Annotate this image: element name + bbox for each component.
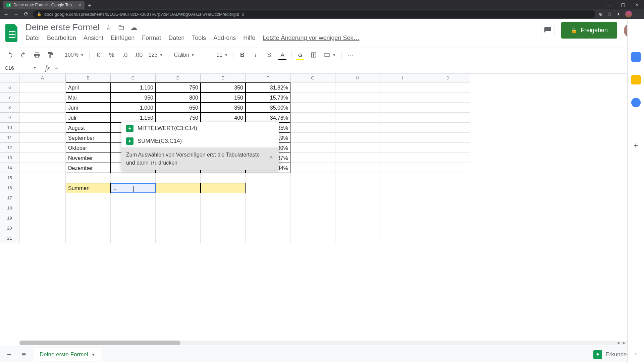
table-row[interactable]: 6 April 1.100 750 350 31,82% (0, 82, 644, 93)
table-row[interactable]: 14 Dezember 44% (0, 163, 644, 173)
minimize-icon[interactable]: — (602, 0, 616, 9)
currency-button[interactable]: € (92, 49, 104, 61)
scroll-thumb[interactable] (19, 341, 180, 345)
new-tab-button[interactable]: + (85, 2, 95, 9)
scroll-right-icon[interactable]: ▶ (621, 341, 627, 345)
menu-icon[interactable]: ⋮ (637, 11, 641, 17)
menu-edit[interactable]: Bearbeiten (47, 35, 76, 42)
menu-format[interactable]: Format (142, 35, 161, 42)
formula-input[interactable]: = (55, 65, 58, 71)
table-row[interactable]: 17 (0, 193, 644, 203)
table-row[interactable]: 7 Mai 950 800 150 15,79% (0, 93, 644, 103)
text-color-button[interactable]: A (276, 49, 288, 61)
table-row[interactable]: 12 Oktober 30% (0, 143, 644, 153)
reload-button[interactable]: ⟳ (23, 11, 30, 17)
table-row[interactable]: 20 (0, 223, 644, 233)
tasks-icon[interactable] (631, 98, 641, 107)
col-header[interactable]: C (111, 74, 156, 82)
redo-button[interactable] (17, 49, 30, 61)
table-row[interactable]: 18 (0, 203, 644, 213)
suggestion-item[interactable]: ✦ SUMME(C3:C14) (121, 135, 279, 147)
borders-button[interactable] (308, 49, 320, 61)
sum-label-cell[interactable]: Summen (66, 183, 111, 193)
keep-icon[interactable] (631, 75, 641, 84)
row-header[interactable]: 13 (0, 153, 19, 163)
row-header[interactable]: 8 (0, 103, 19, 113)
bookmark-icon[interactable]: ☆ (607, 11, 612, 17)
expand-panel-icon[interactable]: › (635, 350, 637, 357)
row-header[interactable]: 14 (0, 163, 19, 173)
strikethrough-button[interactable]: S (263, 49, 275, 61)
menu-help[interactable]: Hilfe (243, 35, 255, 42)
col-header[interactable]: J (425, 74, 470, 82)
last-edit-link[interactable]: Letzte Änderung vor wenigen Sek… (263, 35, 359, 42)
menu-insert[interactable]: Einfügen (111, 35, 135, 42)
table-row[interactable]: 19 (0, 213, 644, 223)
table-row[interactable]: 8 Juni 1.000 650 350 35,00% (0, 103, 644, 113)
share-button[interactable]: 🔒 Freigeben (561, 22, 617, 39)
horizontal-scrollbar[interactable] (19, 341, 627, 345)
explore-button[interactable]: ✦ Erkunden (593, 350, 630, 359)
fill-color-button[interactable] (294, 49, 306, 61)
zoom-select[interactable]: 100%▼ (62, 52, 87, 58)
sheets-logo-icon[interactable] (4, 22, 20, 44)
add-sheet-button[interactable]: + (4, 350, 14, 359)
calendar-icon[interactable] (631, 52, 641, 62)
table-row[interactable]: 15 (0, 173, 644, 183)
table-row[interactable]: 16 Summen = (0, 183, 644, 193)
menu-view[interactable]: Ansicht (84, 35, 103, 42)
cloud-status-icon[interactable]: ☁ (130, 23, 137, 32)
forward-button[interactable]: → (13, 11, 19, 17)
active-cell[interactable]: = (111, 183, 156, 193)
back-button[interactable]: ← (3, 11, 9, 17)
italic-button[interactable]: I (250, 49, 262, 61)
url-field[interactable]: 🔒 docs.google.com/spreadsheets/d/1GE-twI… (33, 10, 595, 18)
browser-tab[interactable]: Deine erste Formel - Google Tab… × (3, 1, 85, 9)
all-sheets-button[interactable]: ≡ (19, 350, 29, 359)
more-button[interactable]: ⋯ (344, 49, 356, 61)
decrease-decimal-button[interactable]: .0 (119, 49, 131, 61)
profile-avatar-icon[interactable] (625, 11, 632, 17)
row-header[interactable]: 21 (0, 233, 19, 243)
table-row[interactable]: 9 Juli 1.150 750 400 34,78% (0, 113, 644, 123)
maximize-icon[interactable]: ▢ (616, 0, 630, 9)
row-header[interactable]: 15 (0, 173, 19, 183)
font-size-select[interactable]: 11▼ (214, 52, 230, 58)
table-row[interactable]: 10 August 1.180 875 305 25,85% (0, 123, 644, 133)
col-header[interactable]: A (19, 74, 66, 82)
menu-addons[interactable]: Add-ons (213, 35, 236, 42)
col-header[interactable]: H (335, 74, 380, 82)
row-header[interactable]: 6 (0, 82, 19, 93)
percent-button[interactable]: % (106, 49, 118, 61)
row-header[interactable]: 11 (0, 133, 19, 143)
add-addon-icon[interactable]: + (633, 141, 638, 150)
bold-button[interactable]: B (236, 49, 248, 61)
move-icon[interactable]: 🗀 (118, 23, 124, 31)
row-header[interactable]: 17 (0, 193, 19, 203)
close-hint-icon[interactable]: × (268, 151, 274, 164)
zoom-icon[interactable]: ⊕ (599, 11, 603, 17)
table-row[interactable]: 11 September ,9% (0, 133, 644, 143)
row-header[interactable]: 10 (0, 123, 19, 133)
number-format-select[interactable]: 123▼ (146, 52, 166, 58)
font-select[interactable]: Calibri▼ (171, 52, 208, 58)
table-row[interactable]: 21 (0, 233, 644, 243)
row-header[interactable]: 19 (0, 213, 19, 223)
row-header[interactable]: 18 (0, 203, 19, 213)
col-header[interactable]: G (290, 74, 335, 82)
undo-button[interactable] (4, 49, 16, 61)
paint-format-button[interactable] (44, 49, 56, 61)
spreadsheet-grid[interactable]: A B C D E F G H I J 6 April 1.100 750 35… (0, 74, 644, 241)
sheet-tab[interactable]: Deine erste Formel ▼ (34, 348, 101, 361)
extensions-icon[interactable]: ✦ (616, 11, 621, 17)
col-header[interactable]: D (156, 74, 201, 82)
chevron-down-icon[interactable]: ▼ (33, 66, 37, 70)
close-tab-icon[interactable]: × (78, 2, 81, 8)
menu-tools[interactable]: Tools (192, 35, 206, 42)
merge-button[interactable]: ▼ (321, 52, 338, 58)
row-header[interactable]: 16 (0, 183, 19, 193)
select-all-corner[interactable] (0, 74, 19, 82)
table-row[interactable]: 13 November 37% (0, 153, 644, 163)
col-header[interactable]: E (201, 74, 246, 82)
close-window-icon[interactable]: ✕ (630, 0, 644, 9)
